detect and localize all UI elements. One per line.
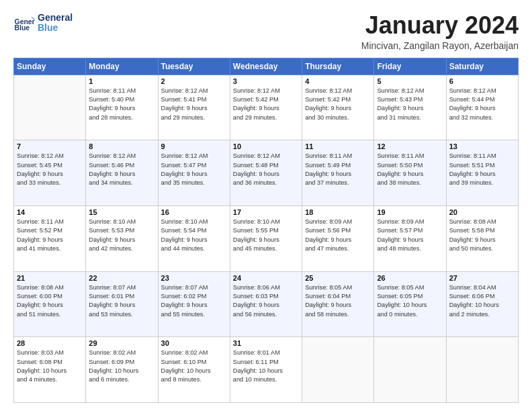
day-info: Sunrise: 8:10 AMSunset: 5:53 PMDaylight:… bbox=[89, 218, 154, 253]
calendar-week-row: 7Sunrise: 8:12 AMSunset: 5:45 PMDaylight… bbox=[14, 140, 519, 206]
calendar-cell: 28Sunrise: 8:03 AMSunset: 6:08 PMDayligh… bbox=[14, 337, 86, 403]
calendar-cell: 23Sunrise: 8:07 AMSunset: 6:02 PMDayligh… bbox=[158, 271, 230, 337]
calendar-header-tuesday: Tuesday bbox=[158, 58, 230, 75]
calendar-cell: 19Sunrise: 8:09 AMSunset: 5:57 PMDayligh… bbox=[374, 205, 446, 271]
day-number: 30 bbox=[161, 339, 227, 347]
day-info: Sunrise: 8:12 AMSunset: 5:43 PMDaylight:… bbox=[377, 87, 443, 122]
calendar-cell: 26Sunrise: 8:05 AMSunset: 6:05 PMDayligh… bbox=[374, 271, 446, 337]
calendar-cell bbox=[14, 75, 86, 140]
day-info: Sunrise: 8:12 AMSunset: 5:42 PMDaylight:… bbox=[305, 87, 371, 122]
day-number: 2 bbox=[161, 77, 227, 85]
calendar-cell: 11Sunrise: 8:11 AMSunset: 5:49 PMDayligh… bbox=[302, 140, 374, 206]
calendar-cell: 2Sunrise: 8:12 AMSunset: 5:41 PMDaylight… bbox=[158, 75, 230, 140]
day-info: Sunrise: 8:12 AMSunset: 5:41 PMDaylight:… bbox=[161, 87, 227, 122]
day-number: 17 bbox=[233, 208, 299, 216]
calendar-cell: 17Sunrise: 8:10 AMSunset: 5:55 PMDayligh… bbox=[230, 205, 302, 271]
calendar-cell: 13Sunrise: 8:11 AMSunset: 5:51 PMDayligh… bbox=[446, 140, 518, 206]
day-info: Sunrise: 8:05 AMSunset: 6:05 PMDaylight:… bbox=[377, 283, 443, 319]
calendar-cell: 21Sunrise: 8:08 AMSunset: 6:00 PMDayligh… bbox=[14, 271, 86, 337]
logo: General Blue General Blue bbox=[13, 12, 73, 34]
calendar-header-saturday: Saturday bbox=[446, 58, 518, 75]
day-info: Sunrise: 8:10 AMSunset: 5:54 PMDaylight:… bbox=[161, 218, 227, 253]
day-number: 7 bbox=[17, 142, 83, 150]
page-subtitle: Mincivan, Zangilan Rayon, Azerbaijan bbox=[361, 40, 519, 51]
day-info: Sunrise: 8:12 AMSunset: 5:46 PMDaylight:… bbox=[89, 152, 154, 187]
day-number: 27 bbox=[449, 274, 515, 282]
day-number: 4 bbox=[305, 77, 371, 85]
calendar-header-thursday: Thursday bbox=[302, 58, 374, 75]
calendar-week-row: 28Sunrise: 8:03 AMSunset: 6:08 PMDayligh… bbox=[14, 337, 519, 403]
logo-blue: Blue bbox=[38, 23, 73, 33]
calendar-header-monday: Monday bbox=[86, 58, 158, 75]
day-info: Sunrise: 8:08 AMSunset: 5:58 PMDaylight:… bbox=[449, 218, 515, 253]
calendar-cell: 29Sunrise: 8:02 AMSunset: 6:09 PMDayligh… bbox=[86, 337, 158, 403]
calendar-table: SundayMondayTuesdayWednesdayThursdayFrid… bbox=[13, 58, 519, 403]
day-info: Sunrise: 8:06 AMSunset: 6:03 PMDaylight:… bbox=[233, 283, 299, 319]
calendar-cell: 15Sunrise: 8:10 AMSunset: 5:53 PMDayligh… bbox=[86, 205, 158, 271]
logo-general: General bbox=[38, 13, 73, 23]
calendar-header-sunday: Sunday bbox=[14, 58, 86, 75]
calendar-week-row: 1Sunrise: 8:11 AMSunset: 5:40 PMDaylight… bbox=[14, 75, 519, 140]
day-info: Sunrise: 8:04 AMSunset: 6:06 PMDaylight:… bbox=[449, 283, 515, 319]
day-number: 16 bbox=[161, 208, 227, 216]
day-info: Sunrise: 8:12 AMSunset: 5:42 PMDaylight:… bbox=[233, 87, 299, 122]
calendar-cell bbox=[446, 337, 518, 403]
day-number: 25 bbox=[305, 274, 371, 282]
day-number: 10 bbox=[233, 142, 299, 150]
calendar-cell: 5Sunrise: 8:12 AMSunset: 5:43 PMDaylight… bbox=[374, 75, 446, 140]
day-number: 11 bbox=[305, 142, 371, 150]
calendar-cell: 10Sunrise: 8:12 AMSunset: 5:48 PMDayligh… bbox=[230, 140, 302, 206]
calendar-cell: 3Sunrise: 8:12 AMSunset: 5:42 PMDaylight… bbox=[230, 75, 302, 140]
calendar-header-friday: Friday bbox=[374, 58, 446, 75]
day-info: Sunrise: 8:09 AMSunset: 5:56 PMDaylight:… bbox=[305, 218, 371, 253]
day-number: 29 bbox=[89, 339, 154, 347]
page: General Blue General Blue January 2024 M… bbox=[0, 0, 532, 411]
day-info: Sunrise: 8:02 AMSunset: 6:10 PMDaylight:… bbox=[161, 349, 227, 384]
day-number: 3 bbox=[233, 77, 299, 85]
page-title: January 2024 bbox=[361, 12, 519, 39]
day-number: 28 bbox=[17, 339, 83, 347]
calendar-cell: 24Sunrise: 8:06 AMSunset: 6:03 PMDayligh… bbox=[230, 271, 302, 337]
logo-icon: General Blue bbox=[13, 12, 35, 34]
day-info: Sunrise: 8:10 AMSunset: 5:55 PMDaylight:… bbox=[233, 218, 299, 253]
calendar-cell: 4Sunrise: 8:12 AMSunset: 5:42 PMDaylight… bbox=[302, 75, 374, 140]
calendar-cell: 6Sunrise: 8:12 AMSunset: 5:44 PMDaylight… bbox=[446, 75, 518, 140]
calendar-week-row: 14Sunrise: 8:11 AMSunset: 5:52 PMDayligh… bbox=[14, 205, 519, 271]
day-info: Sunrise: 8:11 AMSunset: 5:49 PMDaylight:… bbox=[305, 152, 371, 187]
day-number: 15 bbox=[89, 208, 154, 216]
calendar-cell: 7Sunrise: 8:12 AMSunset: 5:45 PMDaylight… bbox=[14, 140, 86, 206]
day-number: 8 bbox=[89, 142, 154, 150]
calendar-cell: 27Sunrise: 8:04 AMSunset: 6:06 PMDayligh… bbox=[446, 271, 518, 337]
day-info: Sunrise: 8:12 AMSunset: 5:45 PMDaylight:… bbox=[17, 152, 83, 187]
calendar-cell: 18Sunrise: 8:09 AMSunset: 5:56 PMDayligh… bbox=[302, 205, 374, 271]
title-block: January 2024 Mincivan, Zangilan Rayon, A… bbox=[361, 12, 519, 51]
day-info: Sunrise: 8:07 AMSunset: 6:01 PMDaylight:… bbox=[89, 283, 154, 319]
calendar-cell: 9Sunrise: 8:12 AMSunset: 5:47 PMDaylight… bbox=[158, 140, 230, 206]
day-number: 14 bbox=[17, 208, 83, 216]
day-info: Sunrise: 8:12 AMSunset: 5:47 PMDaylight:… bbox=[161, 152, 227, 187]
day-number: 12 bbox=[377, 142, 443, 150]
day-info: Sunrise: 8:12 AMSunset: 5:48 PMDaylight:… bbox=[233, 152, 299, 187]
calendar-header-wednesday: Wednesday bbox=[230, 58, 302, 75]
day-number: 6 bbox=[449, 77, 515, 85]
calendar-cell: 16Sunrise: 8:10 AMSunset: 5:54 PMDayligh… bbox=[158, 205, 230, 271]
calendar-week-row: 21Sunrise: 8:08 AMSunset: 6:00 PMDayligh… bbox=[14, 271, 519, 337]
day-number: 22 bbox=[89, 274, 154, 282]
day-info: Sunrise: 8:02 AMSunset: 6:09 PMDaylight:… bbox=[89, 349, 154, 384]
day-info: Sunrise: 8:05 AMSunset: 6:04 PMDaylight:… bbox=[305, 283, 371, 319]
calendar-cell: 12Sunrise: 8:11 AMSunset: 5:50 PMDayligh… bbox=[374, 140, 446, 206]
day-number: 13 bbox=[449, 142, 515, 150]
day-number: 19 bbox=[377, 208, 443, 216]
calendar-cell: 8Sunrise: 8:12 AMSunset: 5:46 PMDaylight… bbox=[86, 140, 158, 206]
day-info: Sunrise: 8:11 AMSunset: 5:40 PMDaylight:… bbox=[89, 87, 154, 122]
day-number: 1 bbox=[89, 77, 154, 85]
day-info: Sunrise: 8:09 AMSunset: 5:57 PMDaylight:… bbox=[377, 218, 443, 253]
day-number: 24 bbox=[233, 274, 299, 282]
calendar-cell: 1Sunrise: 8:11 AMSunset: 5:40 PMDaylight… bbox=[86, 75, 158, 140]
day-info: Sunrise: 8:01 AMSunset: 6:11 PMDaylight:… bbox=[233, 349, 299, 384]
calendar-cell: 25Sunrise: 8:05 AMSunset: 6:04 PMDayligh… bbox=[302, 271, 374, 337]
svg-text:Blue: Blue bbox=[15, 24, 30, 32]
day-info: Sunrise: 8:11 AMSunset: 5:50 PMDaylight:… bbox=[377, 152, 443, 187]
calendar-cell bbox=[374, 337, 446, 403]
day-number: 20 bbox=[449, 208, 515, 216]
